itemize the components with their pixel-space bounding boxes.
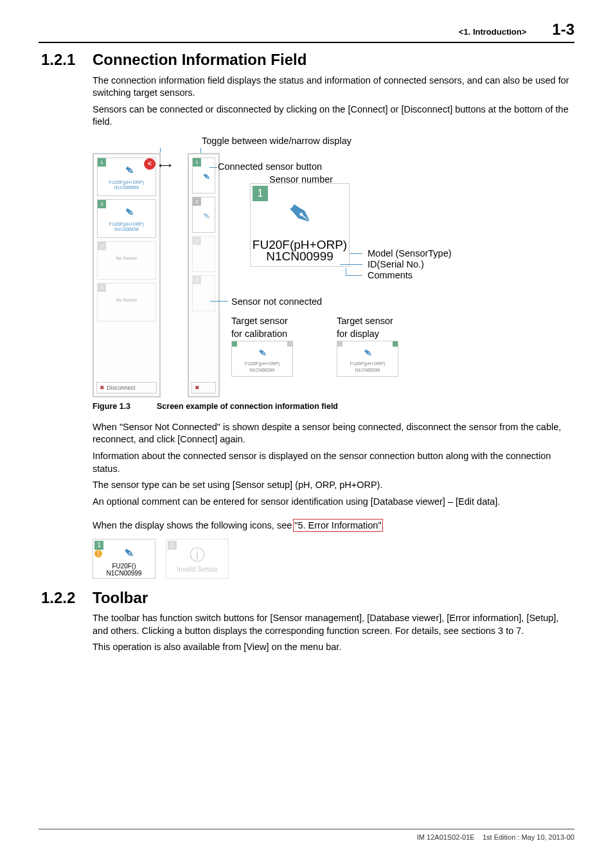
sensor-chip-narrow-2[interactable]: 2✒ bbox=[192, 197, 215, 233]
target-chip-label: FU20F(pH+ORP) N1CN00399 bbox=[232, 361, 292, 373]
annotation-target-disp: Target sensor for display bbox=[337, 315, 393, 340]
page-header: <1. Introduction> 1-3 bbox=[39, 19, 574, 42]
sec2-para1: The toolbar has function switch buttons … bbox=[93, 612, 574, 637]
chip-id-label: N1CN00999 bbox=[244, 248, 355, 265]
disconnect-button-narrow[interactable]: ✖ bbox=[191, 382, 216, 393]
chip-label: No Sensor bbox=[98, 242, 155, 262]
card-label: FU20F() N1CN00999 bbox=[93, 563, 155, 577]
sensor-chip-4[interactable]: 4 No Sensor bbox=[97, 283, 156, 321]
chip-number-badge-large: 1 bbox=[253, 186, 268, 201]
figure-1-3: Toggle between wide/narrow display 1 ✒ F… bbox=[93, 135, 574, 399]
warning-icon: ! bbox=[94, 550, 102, 557]
annotation-line bbox=[346, 268, 346, 276]
sensor-chip-enlarged: 1 ✒ FU20F(pH+ORP) N1CN00999 bbox=[250, 183, 350, 267]
annotation-line bbox=[210, 301, 228, 302]
chip-number-badge: 3 bbox=[98, 242, 106, 250]
target-corner-marker bbox=[287, 341, 292, 347]
wide-panel: 1 ✒ FU20F(pH+ORP) N1CN00999 2 ✒ FU20F(pH… bbox=[93, 153, 161, 397]
icon-row: 1 ! ✒ FU20F() N1CN00999 1 ⓘ Invalid Sens… bbox=[93, 539, 574, 579]
section-1-2-1-heading: 1.2.1 Connection Information Field bbox=[39, 50, 574, 70]
heading-title: Connection Information Field bbox=[93, 50, 306, 70]
annotation-line bbox=[350, 253, 362, 254]
chip-label: No Sensor bbox=[98, 284, 155, 303]
annotation-comments: Comments bbox=[368, 269, 413, 282]
chip-number-badge: 2 bbox=[98, 200, 106, 208]
sensor-pen-icon: ✒ bbox=[337, 341, 398, 361]
chip-label: FU20F(pH+ORP) N1C600650 bbox=[98, 221, 155, 232]
narrow-panel: 1✒ 2✒ 3 4 ✖ bbox=[188, 153, 220, 397]
header-rule: <1. Introduction> 1-3 bbox=[39, 19, 574, 43]
sensor-chip-narrow-3[interactable]: 3 bbox=[192, 236, 215, 272]
chip-number-badge: 1 bbox=[98, 158, 106, 167]
card-label: Invalid Sensor bbox=[166, 565, 228, 574]
disconnect-icon: ✖ bbox=[195, 384, 200, 392]
post-para5: When the display shows the following ico… bbox=[93, 520, 574, 532]
chip-number-badge: 1 bbox=[193, 158, 201, 167]
section-1-2-2-heading: 1.2.2 Toolbar bbox=[39, 588, 574, 608]
post-para2: Information about the connected sensor i… bbox=[93, 450, 574, 475]
sec1-para1: The connection information field display… bbox=[93, 75, 574, 100]
figure-caption: Figure 1.3Screen example of connection i… bbox=[93, 401, 574, 412]
error-info-link[interactable]: "5. Error Information" bbox=[294, 520, 381, 530]
header-page-number: 1-3 bbox=[552, 19, 574, 40]
header-section: <1. Introduction> bbox=[459, 26, 526, 38]
chip-number-badge: 4 bbox=[98, 284, 106, 292]
toggle-arrow-icon: ⟷ bbox=[159, 159, 172, 172]
annotation-connected: Connected sensor button bbox=[218, 161, 322, 174]
annotation-not-connected: Sensor not connected bbox=[231, 296, 322, 309]
post-para3: The sensor type can be set using [Sensor… bbox=[93, 479, 574, 492]
card-number-badge: 1 bbox=[168, 541, 177, 550]
target-corner-marker bbox=[232, 341, 237, 347]
toggle-collapse-icon[interactable]: < bbox=[144, 158, 155, 170]
target-corner-marker bbox=[393, 341, 398, 347]
sensor-chip-3[interactable]: 3 No Sensor bbox=[97, 241, 156, 280]
sensor-pen-icon: ✒ bbox=[193, 197, 215, 223]
annotation-line bbox=[346, 275, 362, 276]
annotation-line bbox=[209, 167, 217, 168]
target-chip-calibration: ✒ FU20F(pH+ORP) N1CN00399 bbox=[231, 341, 293, 377]
figure-number: Figure 1.3 bbox=[93, 401, 157, 412]
invalid-sensor-card: 1 ⓘ Invalid Sensor bbox=[166, 539, 229, 579]
card-number-badge: 1 bbox=[94, 541, 103, 550]
annotation-toggle: Toggle between wide/narrow display bbox=[202, 135, 351, 148]
disconnect-button[interactable]: ✖Disconnect bbox=[96, 382, 157, 393]
post-para1: When "Sensor Not Connected" is shown des… bbox=[93, 421, 574, 446]
warning-sensor-card: 1 ! ✒ FU20F() N1CN00999 bbox=[93, 539, 155, 579]
chip-number-badge: 3 bbox=[193, 237, 201, 245]
post-para5-a: When the display shows the following ico… bbox=[93, 520, 294, 530]
sensor-pen-icon: ✒ bbox=[98, 200, 155, 221]
heading-number: 1.2.2 bbox=[39, 588, 93, 608]
target-corner-marker bbox=[337, 341, 342, 347]
post-para4: An optional comment can be entered for s… bbox=[93, 496, 574, 509]
disconnect-icon: ✖ bbox=[100, 384, 105, 392]
sensor-chip-narrow-1[interactable]: 1✒ bbox=[192, 158, 215, 194]
chip-label: FU20F(pH+ORP) N1CN00999 bbox=[98, 179, 155, 190]
figure-caption-text: Screen example of connection information… bbox=[157, 402, 338, 411]
disconnect-label: Disconnect bbox=[107, 384, 136, 392]
sensor-pen-icon: ✒ bbox=[232, 341, 292, 361]
sensor-chip-2[interactable]: 2 ✒ FU20F(pH+ORP) N1C600650 bbox=[97, 199, 156, 238]
annotation-line bbox=[340, 264, 362, 265]
target-chip-display: ✒ FU20F(pH+ORP) N1CN00399 bbox=[337, 341, 398, 377]
heading-number: 1.2.1 bbox=[39, 50, 93, 70]
heading-title: Toolbar bbox=[93, 588, 148, 608]
target-chip-label: FU20F(pH+ORP) N1CN00399 bbox=[337, 361, 398, 373]
sec1-para2: Sensors can be connected or disconnected… bbox=[93, 104, 574, 129]
sensor-chip-narrow-4[interactable]: 4 bbox=[192, 275, 215, 311]
annotation-target-cal: Target sensor for calibration bbox=[231, 315, 288, 340]
chip-number-badge: 4 bbox=[193, 276, 201, 284]
sec2-para2: This operation is also available from [V… bbox=[93, 641, 574, 654]
